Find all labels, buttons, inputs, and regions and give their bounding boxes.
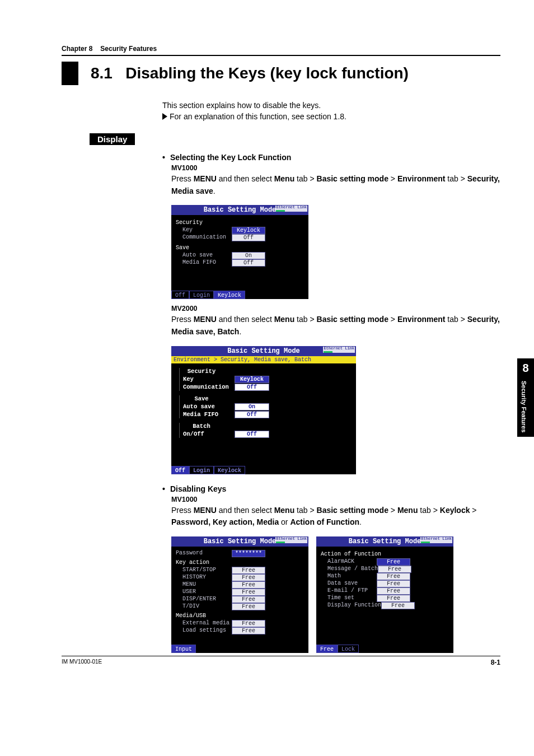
instruction-3: Press MENU and then select Menu tab > Ba… xyxy=(171,505,500,529)
ethernet-icon: Ethernet Link xyxy=(275,206,307,212)
intro-text: This section explains how to disable the… xyxy=(162,101,500,110)
screenshot-keylock-left: Basic Setting Mode Ethernet Link Passwor… xyxy=(171,536,308,653)
screenshot-mv2000-select: Basic Setting Mode Ethernet Link Environ… xyxy=(171,346,356,474)
chapter-header: Chapter 8Security Features xyxy=(62,45,500,53)
ethernet-icon: Ethernet Link xyxy=(420,537,452,543)
screenshot-keylock-right: Basic Setting Mode Ethernet Link Action … xyxy=(316,536,453,653)
title-bar-icon xyxy=(62,62,78,85)
instruction-2: Press MENU and then select Menu tab > Ba… xyxy=(171,314,500,338)
breadcrumb-bar: Environment > Security, Media save, Batc… xyxy=(171,356,356,363)
model-mv2000: MV2000 xyxy=(171,305,500,312)
page-footer: IM MV1000-01E 8-1 xyxy=(62,656,500,666)
rule xyxy=(62,55,500,56)
instruction-1: Press MENU and then select Menu tab > Ba… xyxy=(171,173,500,197)
side-tab: 8 Security Features xyxy=(517,358,534,437)
screenshot-mv1000-select: Basic Setting Mode Ethernet Link Securit… xyxy=(171,205,308,299)
ethernet-icon: Ethernet Link xyxy=(323,347,355,353)
bullet-selecting: •Selecting the Key Lock Function xyxy=(162,153,500,162)
ref-text: For an explanation of this function, see… xyxy=(162,112,500,121)
play-icon xyxy=(162,113,167,120)
model-mv1000-2: MV1000 xyxy=(171,496,500,503)
display-heading: Display xyxy=(90,133,135,145)
section-title-row: 8.1 Disabling the Keys (key lock functio… xyxy=(62,62,500,85)
bullet-disabling: •Disabling Keys xyxy=(162,484,500,493)
model-mv1000: MV1000 xyxy=(171,164,500,172)
ethernet-icon: Ethernet Link xyxy=(275,537,307,543)
